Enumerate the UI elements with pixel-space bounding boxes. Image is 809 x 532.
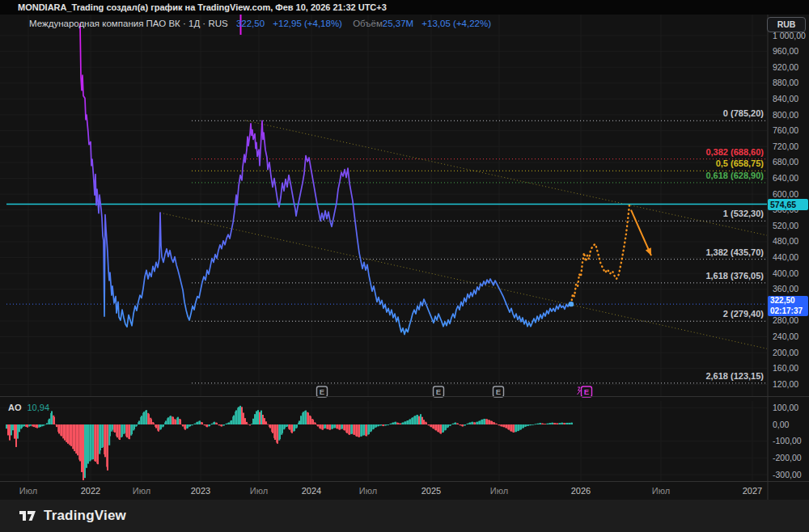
indicator-legend: AO10,94 bbox=[8, 403, 49, 412]
svg-text:E: E bbox=[436, 387, 441, 396]
fib-label-7: 2 (279,40) bbox=[723, 309, 764, 319]
svg-text:-200,00: -200,00 bbox=[773, 453, 802, 462]
last-price-label: 322,50 02:17:37 bbox=[768, 296, 808, 316]
svg-text:600,00: 600,00 bbox=[773, 189, 798, 199]
chart-canvas[interactable]: 0 (785,20)0,382 (688,60)0,5 (658,75)0,61… bbox=[0, 0, 809, 500]
svg-text:2023: 2023 bbox=[191, 486, 210, 496]
fib-label-5: 1,382 (435,70) bbox=[705, 247, 764, 257]
attribution-bar: MONDIARA_Trading создал(а) график на Tra… bbox=[0, 0, 809, 15]
fib-label-4: 1 (532,30) bbox=[723, 209, 764, 218]
svg-text:760,00: 760,00 bbox=[773, 125, 798, 135]
svg-text:Июл: Июл bbox=[250, 486, 268, 496]
svg-text:640,00: 640,00 bbox=[773, 173, 798, 183]
tradingview-logo-icon bbox=[18, 507, 37, 525]
svg-text:160,00: 160,00 bbox=[773, 363, 798, 373]
svg-text:2025: 2025 bbox=[421, 486, 441, 496]
svg-text:920,00: 920,00 bbox=[773, 62, 798, 72]
svg-text:520,00: 520,00 bbox=[773, 221, 798, 230]
svg-text:400,00: 400,00 bbox=[773, 268, 798, 278]
last-price-label-value: 322,50 bbox=[770, 296, 808, 306]
volume-label: Объём bbox=[353, 19, 383, 28]
svg-text:Июл: Июл bbox=[133, 486, 150, 496]
svg-text:800,00: 800,00 bbox=[773, 110, 798, 120]
fib-label-6: 1,618 (376,05) bbox=[705, 271, 764, 281]
svg-text:840,00: 840,00 bbox=[773, 94, 798, 103]
attribution-text: MONDIARA_Trading создал(а) график на Tra… bbox=[18, 2, 387, 12]
indicator-value: 10,94 bbox=[28, 403, 50, 412]
svg-text:360,00: 360,00 bbox=[773, 284, 798, 293]
symbol-header: Международная компания ПАО ВК · 1Д · RUS… bbox=[29, 17, 491, 30]
fib-label-3: 0,618 (628,90) bbox=[705, 171, 764, 180]
fib-label-1: 0,382 (688,60) bbox=[705, 147, 764, 157]
svg-text:200,00: 200,00 bbox=[773, 348, 798, 357]
tradingview-snapshot: MONDIARA_Trading создал(а) график на Tra… bbox=[0, 0, 809, 532]
svg-text:2024: 2024 bbox=[302, 486, 321, 496]
svg-text:2026: 2026 bbox=[571, 486, 591, 496]
svg-text:E: E bbox=[496, 387, 501, 396]
svg-text:280,00: 280,00 bbox=[773, 315, 798, 325]
svg-text:880,00: 880,00 bbox=[773, 78, 798, 87]
svg-text:Июл: Июл bbox=[652, 486, 670, 496]
volume-value: 25,37M bbox=[383, 19, 413, 28]
svg-text:440,00: 440,00 bbox=[773, 252, 798, 262]
fib-label-8: 2,618 (123,15) bbox=[705, 371, 764, 381]
tradingview-logo-text[interactable]: TradingView bbox=[44, 508, 126, 524]
svg-text:Июл: Июл bbox=[490, 486, 508, 496]
svg-text:480,00: 480,00 bbox=[773, 236, 798, 246]
svg-text:2022: 2022 bbox=[81, 486, 100, 496]
footer-bar: TradingView bbox=[0, 500, 809, 532]
last-price-countdown: 02:17:37 bbox=[770, 306, 808, 317]
svg-text:Июл: Июл bbox=[359, 486, 377, 496]
fib-label-0: 0 (785,20) bbox=[723, 108, 764, 118]
indicator-name[interactable]: AO bbox=[8, 403, 22, 412]
svg-text:100,00: 100,00 bbox=[773, 403, 798, 412]
svg-text:2027: 2027 bbox=[743, 486, 762, 496]
volume-change-value: +13,05 (+4,22%) bbox=[421, 19, 491, 28]
svg-text:-100,00: -100,00 bbox=[773, 436, 802, 445]
marked-price-label: 574,65 bbox=[768, 199, 808, 210]
svg-text:Июл: Июл bbox=[19, 486, 37, 496]
fib-label-2: 0,5 (658,75) bbox=[716, 158, 765, 168]
last-price-value: 322,50 bbox=[236, 19, 265, 28]
svg-text:120,00: 120,00 bbox=[773, 379, 798, 389]
svg-text:960,00: 960,00 bbox=[773, 46, 798, 56]
svg-text:720,00: 720,00 bbox=[773, 141, 798, 151]
svg-text:-300,00: -300,00 bbox=[773, 470, 802, 479]
currency-button[interactable]: RUB bbox=[767, 17, 806, 32]
symbol-title[interactable]: Международная компания ПАО ВК · 1Д · RUS bbox=[29, 19, 228, 28]
svg-text:E: E bbox=[320, 387, 324, 396]
svg-text:0,00: 0,00 bbox=[773, 420, 790, 429]
price-change-value: +12,95 (+4,18%) bbox=[273, 19, 342, 28]
svg-text:240,00: 240,00 bbox=[773, 331, 798, 341]
svg-text:680,00: 680,00 bbox=[773, 157, 798, 167]
last-price-dot bbox=[569, 302, 574, 306]
svg-text:E: E bbox=[584, 387, 589, 396]
